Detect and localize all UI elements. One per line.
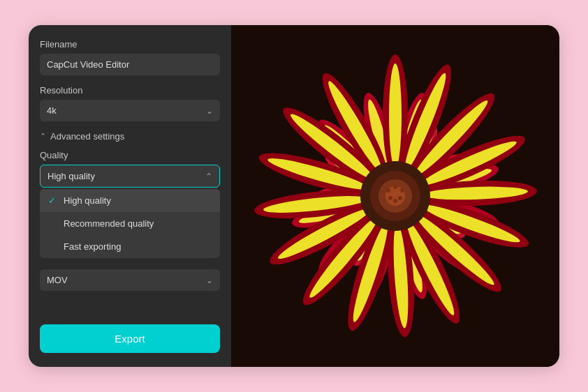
export-button[interactable]: Export (40, 324, 220, 353)
advanced-settings-label: Advanced settings (50, 131, 124, 142)
check-icon: ✓ (48, 195, 58, 206)
svg-point-54 (389, 63, 402, 168)
format-value: MOV (47, 275, 68, 285)
resolution-label: Resolution (40, 85, 220, 96)
svg-point-92 (398, 196, 402, 200)
quality-select[interactable]: High quality ⌃ (40, 165, 220, 188)
quality-selected-value: High quality (47, 171, 95, 181)
filename-input[interactable] (40, 54, 220, 75)
quality-option-high[interactable]: ✓ High quality (40, 189, 220, 212)
svg-point-90 (393, 185, 397, 189)
svg-point-94 (393, 199, 397, 203)
resolution-value: 4k (47, 105, 57, 116)
svg-point-91 (400, 188, 404, 193)
resolution-select[interactable]: 4k ⌄ (40, 100, 220, 121)
quality-menu: ✓ High quality Recommended quality Fast … (40, 189, 220, 258)
quality-option-recommended-label: Recommended quality (64, 218, 154, 229)
quality-option-fast-label: Fast exporting (64, 241, 121, 252)
quality-option-high-label: High quality (64, 195, 111, 206)
quality-label: Quality (40, 150, 220, 160)
filename-label: Filename (40, 39, 220, 50)
quality-chevron-up-icon: ⌃ (205, 172, 212, 181)
left-panel: Filename Resolution 4k ⌄ ⌃ Advanced sett… (29, 25, 231, 367)
resolution-chevron-down-icon: ⌄ (206, 106, 213, 116)
quality-option-fast[interactable]: Fast exporting (40, 235, 220, 258)
advanced-chevron-up-icon: ⌃ (40, 132, 46, 141)
svg-point-89 (386, 188, 390, 193)
quality-option-recommended[interactable]: Recommended quality (40, 212, 220, 235)
quality-dropdown-wrapper: High quality ⌃ ✓ High quality Recommende… (40, 165, 220, 258)
format-chevron-down-icon: ⌄ (206, 276, 213, 285)
svg-point-93 (388, 196, 392, 200)
advanced-settings-toggle[interactable]: ⌃ Advanced settings (40, 131, 220, 142)
preview-panel (231, 25, 559, 367)
format-select[interactable]: MOV ⌄ (40, 269, 220, 291)
export-dialog: Filename Resolution 4k ⌄ ⌃ Advanced sett… (29, 25, 559, 367)
flower-image (231, 25, 559, 367)
